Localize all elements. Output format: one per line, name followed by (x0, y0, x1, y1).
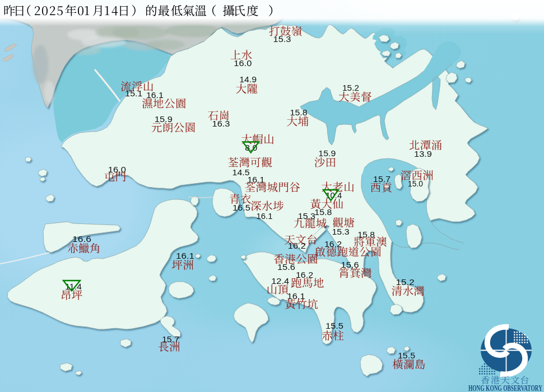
svg-text:16.1: 16.1 (247, 175, 264, 184)
svg-text:HONG KONG OBSERVATORY: HONG KONG OBSERVATORY (468, 384, 542, 392)
svg-text:15.7: 15.7 (162, 334, 179, 344)
svg-text:15.2: 15.2 (396, 277, 415, 287)
svg-text:15.7: 15.7 (373, 174, 390, 184)
svg-text:15.3: 15.3 (298, 211, 315, 221)
svg-text:16.1: 16.1 (257, 211, 273, 221)
svg-text:15.1: 15.1 (125, 88, 142, 98)
svg-text:16.1: 16.1 (146, 90, 164, 100)
svg-text:16.2: 16.2 (324, 239, 342, 249)
svg-text:16.1: 16.1 (176, 251, 194, 260)
svg-text:15.8: 15.8 (357, 230, 375, 239)
svg-text:15.3: 15.3 (273, 34, 291, 44)
svg-text:15.5: 15.5 (398, 351, 415, 360)
svg-text:15.9: 15.9 (318, 148, 336, 158)
svg-text:15.2: 15.2 (342, 83, 359, 92)
svg-text:15.6: 15.6 (341, 260, 359, 269)
svg-text:15.0: 15.0 (408, 179, 423, 188)
svg-text:15.8: 15.8 (290, 108, 308, 117)
svg-text:16.0: 16.0 (108, 165, 126, 174)
svg-text:14.9: 14.9 (239, 74, 257, 84)
svg-text:16.0: 16.0 (234, 58, 252, 68)
svg-text:16.1: 16.1 (287, 291, 305, 301)
svg-text:16.2: 16.2 (288, 241, 306, 250)
svg-text:15.3: 15.3 (332, 227, 350, 236)
svg-text:15.9: 15.9 (155, 114, 173, 124)
svg-text:16.2: 16.2 (296, 270, 313, 279)
svg-text:16.5: 16.5 (233, 203, 250, 212)
svg-text:12.4: 12.4 (271, 276, 290, 286)
svg-text:13.9: 13.9 (414, 149, 432, 158)
svg-text:15.6: 15.6 (277, 262, 295, 272)
svg-text:15.5: 15.5 (326, 321, 343, 330)
svg-text:16.6: 16.6 (72, 234, 91, 244)
svg-text:16.3: 16.3 (212, 119, 230, 128)
svg-text:15.8: 15.8 (314, 207, 332, 217)
